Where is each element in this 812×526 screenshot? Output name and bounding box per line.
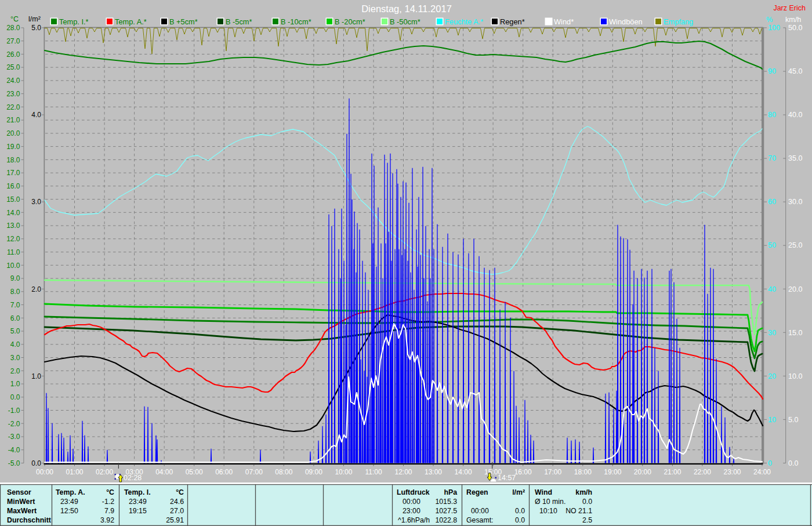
svg-text:3.0: 3.0 <box>31 198 41 206</box>
svg-text:Temp. I.*: Temp. I.* <box>59 17 89 26</box>
svg-text:Luftdruck: Luftdruck <box>397 488 430 496</box>
svg-text:13.0: 13.0 <box>6 222 20 230</box>
svg-text:50: 50 <box>768 241 776 249</box>
svg-text:1.0: 1.0 <box>10 380 20 388</box>
svg-text:14:57: 14:57 <box>498 474 516 482</box>
svg-text:5.0: 5.0 <box>788 416 798 424</box>
svg-text:km/h: km/h <box>785 16 801 24</box>
svg-text:l/m²: l/m² <box>512 488 525 496</box>
svg-text:0.0: 0.0 <box>515 507 525 515</box>
svg-text:20.0: 20.0 <box>6 129 20 137</box>
svg-text:50.0: 50.0 <box>788 24 802 32</box>
svg-text:NO 21.1: NO 21.1 <box>566 507 592 515</box>
svg-text:Durchschnitt: Durchschnitt <box>7 516 51 524</box>
svg-text:-5.0: -5.0 <box>8 459 20 467</box>
svg-text:-3.0: -3.0 <box>8 433 20 441</box>
svg-text:11.0: 11.0 <box>7 248 20 256</box>
svg-text:0.0: 0.0 <box>788 459 798 467</box>
svg-text:00:00: 00:00 <box>471 507 489 515</box>
svg-text:Temp. I.: Temp. I. <box>124 488 151 496</box>
svg-text:05:00: 05:00 <box>186 468 203 476</box>
svg-text:B -10cm*: B -10cm* <box>281 17 311 26</box>
svg-text:Ø 10 min.: Ø 10 min. <box>535 498 566 506</box>
svg-text:20: 20 <box>768 372 776 380</box>
svg-text:Wind*: Wind* <box>554 17 574 26</box>
svg-text:18:00: 18:00 <box>574 468 592 476</box>
svg-text:30: 30 <box>768 329 776 337</box>
svg-text:60: 60 <box>768 198 776 206</box>
svg-text:70: 70 <box>768 154 776 162</box>
svg-text:02:00: 02:00 <box>96 468 113 476</box>
svg-text:21.0: 21.0 <box>6 116 20 124</box>
svg-text:14.0: 14.0 <box>6 209 20 217</box>
svg-text:5.0: 5.0 <box>31 24 41 32</box>
svg-text:22:00: 22:00 <box>694 468 711 476</box>
svg-text:01:00: 01:00 <box>66 468 83 476</box>
svg-text:B -5cm*: B -5cm* <box>226 17 252 26</box>
svg-text:2.0: 2.0 <box>31 285 41 293</box>
svg-text:27.0: 27.0 <box>6 37 20 45</box>
svg-text:18.0: 18.0 <box>6 156 20 164</box>
svg-text:23:00: 23:00 <box>723 468 741 476</box>
svg-text:9.0: 9.0 <box>10 274 20 282</box>
svg-text:23:49: 23:49 <box>129 498 147 506</box>
svg-text:°C: °C <box>106 488 114 496</box>
svg-text:19:15: 19:15 <box>129 507 147 515</box>
svg-text:10: 10 <box>768 416 776 424</box>
svg-text:10.0: 10.0 <box>788 372 802 380</box>
svg-text:80: 80 <box>768 111 776 119</box>
svg-text:1.0: 1.0 <box>31 372 41 380</box>
svg-text:Dienstag, 14.11.2017: Dienstag, 14.11.2017 <box>361 3 452 14</box>
svg-text:B -50cm*: B -50cm* <box>390 17 420 26</box>
svg-text:°C: °C <box>176 488 184 496</box>
svg-text:-2.0: -2.0 <box>8 420 20 428</box>
svg-text:%: % <box>766 16 773 24</box>
svg-text:5.0: 5.0 <box>10 327 20 335</box>
svg-text:17:00: 17:00 <box>544 468 561 476</box>
svg-text:24.0: 24.0 <box>6 77 20 85</box>
svg-text:Temp. A.: Temp. A. <box>56 488 85 496</box>
svg-text:1015.3: 1015.3 <box>435 498 457 506</box>
svg-text:35.0: 35.0 <box>788 154 802 162</box>
svg-text:40: 40 <box>768 285 776 293</box>
svg-text:MinWert: MinWert <box>7 498 35 506</box>
svg-text:0.0: 0.0 <box>31 459 41 467</box>
svg-text:00:00: 00:00 <box>36 468 53 476</box>
svg-text:28.0: 28.0 <box>6 24 20 32</box>
svg-text:09:00: 09:00 <box>305 468 322 476</box>
svg-text:23:49: 23:49 <box>60 498 78 506</box>
svg-text:10:10: 10:10 <box>539 507 557 515</box>
svg-text:27.0: 27.0 <box>170 507 184 515</box>
svg-text:7.9: 7.9 <box>104 507 114 515</box>
svg-text:Temp. A.*: Temp. A.* <box>115 17 147 26</box>
svg-text:13:00: 13:00 <box>425 468 442 476</box>
svg-text:23.0: 23.0 <box>6 90 20 98</box>
svg-text:16.0: 16.0 <box>6 182 20 190</box>
svg-text:3.0: 3.0 <box>10 354 20 362</box>
svg-text:^1.6hPa/h: ^1.6hPa/h <box>398 516 430 524</box>
svg-text:8.0: 8.0 <box>10 288 20 296</box>
svg-text:7.0: 7.0 <box>10 301 20 309</box>
svg-text:90: 90 <box>768 67 776 75</box>
svg-text:°C: °C <box>10 15 19 23</box>
svg-text:12.0: 12.0 <box>6 235 20 243</box>
svg-text:Feuchte A.*: Feuchte A.* <box>445 17 483 26</box>
svg-text:26.0: 26.0 <box>6 50 20 59</box>
svg-text:Jarz Erich: Jarz Erich <box>773 4 806 12</box>
svg-text:4.0: 4.0 <box>10 340 20 349</box>
svg-text:0.0: 0.0 <box>515 516 525 524</box>
svg-text:10.0: 10.0 <box>6 262 20 270</box>
svg-text:16:00: 16:00 <box>514 468 532 476</box>
svg-text:15.0: 15.0 <box>6 195 20 204</box>
svg-text:15.0: 15.0 <box>788 329 802 337</box>
svg-text:3.92: 3.92 <box>100 516 114 524</box>
svg-text:45.0: 45.0 <box>788 67 802 75</box>
svg-text:B -20cm*: B -20cm* <box>335 17 365 26</box>
svg-text:04:00: 04:00 <box>155 468 173 476</box>
svg-text:06:00: 06:00 <box>215 468 233 476</box>
svg-text:22.0: 22.0 <box>6 103 20 111</box>
svg-text:00:00: 00:00 <box>403 498 420 506</box>
svg-text:02:28: 02:28 <box>124 474 142 482</box>
svg-text:14:00: 14:00 <box>455 468 472 476</box>
svg-text:km/h: km/h <box>575 488 592 496</box>
